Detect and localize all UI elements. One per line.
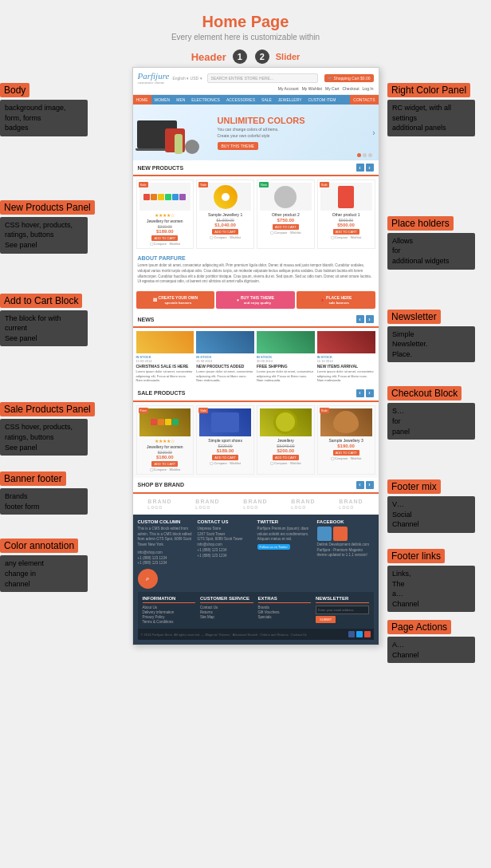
sale-prev[interactable]: ‹ xyxy=(356,389,364,397)
banner-create-icon: 🖼 xyxy=(153,298,157,302)
news-arrows[interactable]: ‹ › xyxy=(356,315,374,323)
footer-social-icons xyxy=(348,631,371,637)
nav-custom[interactable]: CUSTOM ITEM xyxy=(305,95,340,105)
sale-products-label: Sale Products Panel xyxy=(0,402,95,416)
footer-mix-desc: V…SocialChannel xyxy=(387,496,475,533)
footer-extras-col: EXTRAS Brands Gift Vouchers Specials xyxy=(258,596,312,625)
newsletter-input[interactable] xyxy=(316,606,369,614)
hero-next-arrow[interactable]: › xyxy=(372,128,375,137)
add-to-cart-4[interactable]: ADD TO CART xyxy=(333,229,359,235)
cube xyxy=(172,419,179,425)
footer-terms[interactable]: Terms & Conditions xyxy=(143,620,196,624)
nav-jewellery[interactable]: JEWELLERY xyxy=(275,95,305,105)
news-grid: IN STOCK 15 09 2014 CHRISTMAS SALE IS HE… xyxy=(133,328,379,386)
next-arrow[interactable]: › xyxy=(366,164,374,172)
about-title: ABOUT PARFURE xyxy=(138,255,374,261)
prev-arrow[interactable]: ‹ xyxy=(356,164,364,172)
color-desc: any elementchange inchannel xyxy=(0,555,88,592)
nav-men[interactable]: MEN xyxy=(173,95,188,105)
sale-name-3: Jewellery xyxy=(260,438,312,443)
hero-dot-3[interactable] xyxy=(368,153,372,157)
right-color-desc: RC widget, with all settingsadditional p… xyxy=(387,100,475,136)
sale-add-cart-3[interactable]: ADD TO CART xyxy=(273,455,299,460)
banner-footer-label: Banner footer xyxy=(0,471,66,486)
ann-footer-mix: Footer mix V…SocialChannel xyxy=(387,479,491,533)
nav-electronics[interactable]: ELECTRONICS xyxy=(188,95,223,105)
store-logo: Parfijure customize theme xyxy=(138,71,170,85)
brand-5[interactable]: BRANDLOGO xyxy=(339,499,363,510)
hero-buy-button[interactable]: BUY THIS THEME xyxy=(218,142,259,150)
banner-place[interactable]: 📌 PLACE HEREsale banners xyxy=(297,291,375,309)
hero-dot-2[interactable] xyxy=(363,153,367,157)
brand-next[interactable]: › xyxy=(366,481,374,489)
nav-women[interactable]: WOMEN xyxy=(151,95,174,105)
footer-about[interactable]: About Us xyxy=(143,606,196,610)
footer-service-col: CUSTOMER SERVICE Contact Us Returns Site… xyxy=(200,596,253,625)
product-links-4: ◯ Compare · Wishlist xyxy=(320,235,372,239)
my-account-link[interactable]: My Account xyxy=(278,86,299,91)
brand-prev[interactable]: ‹ xyxy=(356,481,364,489)
my-wishlist-link[interactable]: My Wishlist xyxy=(302,86,322,91)
cube xyxy=(158,194,164,200)
footer-returns[interactable]: Returns xyxy=(200,610,253,614)
google-icon[interactable] xyxy=(364,631,371,637)
twitter-follow[interactable]: Follow us on Twitter xyxy=(257,544,314,549)
fb-profiles xyxy=(317,527,374,541)
new-products-arrows[interactable]: ‹ › xyxy=(356,164,374,172)
nav-accessories[interactable]: ACCESSORIES xyxy=(223,95,258,105)
cart-button[interactable]: 🛒 Shopping Cart $0.00 xyxy=(324,74,373,82)
sale-add-cart-1[interactable]: ADD TO CART xyxy=(151,461,178,467)
product-card-2: Sale Sample Jewellery 1 $1,000.00 $1,040… xyxy=(196,180,254,249)
newsletter-submit[interactable]: SUBMIT xyxy=(316,616,336,623)
footer-specials[interactable]: Specials xyxy=(258,615,312,619)
add-to-cart-1[interactable]: ADD TO CART xyxy=(151,235,178,241)
login-link[interactable]: Log In xyxy=(363,86,374,91)
my-cart-link[interactable]: My Cart xyxy=(325,86,340,91)
coin-img xyxy=(274,186,297,208)
footer-contact-us[interactable]: Contact Us xyxy=(200,606,253,610)
hero-text: UNLIMITED COLORS You can change colors o… xyxy=(213,109,379,156)
hero-dot-1[interactable] xyxy=(357,153,361,157)
nav-contacts[interactable]: CONTACTS xyxy=(350,95,378,105)
search-input[interactable]: SEARCH ENTIRE STORE HERE... xyxy=(207,73,319,83)
sale-price-new-3: $200.00 xyxy=(260,448,312,453)
news-next[interactable]: › xyxy=(366,315,374,323)
news-card-2: IN STOCK 25 09 2014 NEW PRODUCTS ADDED L… xyxy=(196,331,254,383)
footer-newsletter-title: NEWSLETTER xyxy=(316,596,369,603)
banner-buy[interactable]: ♥ BUY THIS THEMEand enjoy quality xyxy=(216,291,295,309)
footer-privacy[interactable]: Privacy Policy xyxy=(143,615,196,619)
add-to-cart-2[interactable]: ADD TO CART xyxy=(212,229,238,235)
banner-create[interactable]: 🖼 CREATE YOUR OWNspeciale banners xyxy=(136,291,215,309)
main-layout: Body background image, form, formsbadges… xyxy=(0,67,491,668)
brand-3[interactable]: BRANDLOGO xyxy=(243,499,267,510)
brand-arrows[interactable]: ‹ › xyxy=(356,481,374,489)
add-to-cart-3[interactable]: ADD TO CART xyxy=(273,224,299,230)
news-prev[interactable]: ‹ xyxy=(356,315,364,323)
news-text-3: Lorem ipsum dolor sit amet, consectetur … xyxy=(257,369,315,383)
news-date-1: 15 09 2014 xyxy=(136,359,194,363)
brand-2[interactable]: BRANDLOGO xyxy=(195,499,219,510)
facebook-icon[interactable] xyxy=(348,631,355,637)
necklace-center xyxy=(222,193,230,201)
sale-next[interactable]: › xyxy=(366,389,374,397)
footer-sitemap[interactable]: Site Map xyxy=(200,615,253,619)
new-products-grid: Sale ★★★★☆ Jewellery for women $ xyxy=(133,176,379,252)
nav-sale[interactable]: SALE xyxy=(258,95,275,105)
footer-delivery[interactable]: Delivery information xyxy=(143,610,196,614)
sale-add-cart-4[interactable]: ADD TO CART xyxy=(333,450,359,456)
nav-home[interactable]: HOME xyxy=(133,95,151,105)
lang-select[interactable]: English ▾ USD ▾ xyxy=(172,76,202,81)
follow-button[interactable]: Follow us on Twitter xyxy=(257,544,290,550)
left-annotations: Body background image, form, formsbadges… xyxy=(0,67,108,597)
sale-badge-1: Free xyxy=(139,408,148,413)
sale-arrows[interactable]: ‹ › xyxy=(356,389,374,397)
twitter-icon[interactable] xyxy=(356,631,363,637)
footer-brands[interactable]: Brands xyxy=(258,606,312,610)
search-area[interactable]: English ▾ USD ▾ SEARCH ENTIRE STORE HERE… xyxy=(172,73,321,83)
brand-1[interactable]: BRANDLOGO xyxy=(147,499,171,510)
footer-gift[interactable]: Gift Vouchers xyxy=(258,610,312,614)
sale-add-cart-2[interactable]: ADD TO CART xyxy=(212,455,238,460)
checkout-link[interactable]: Checkout xyxy=(342,86,359,91)
label-header: Header xyxy=(191,51,226,63)
brand-4[interactable]: BRANDLOGO xyxy=(291,499,315,510)
